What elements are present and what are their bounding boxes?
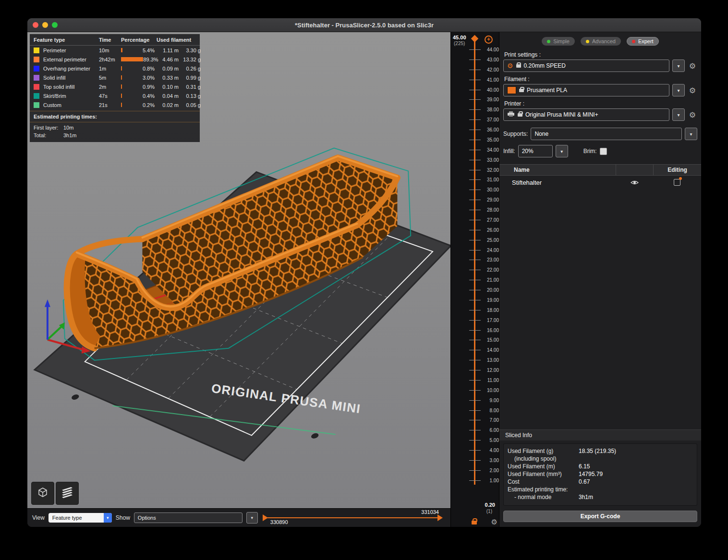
mode-advanced-button[interactable]: Advanced (581, 37, 621, 46)
legend-rows: Perimeter10m5.4%1.11 m3.30 gExternal per… (30, 46, 200, 109)
feature-time: 1m (99, 66, 121, 71)
zoom-button[interactable] (52, 22, 58, 28)
layer-tick: 13.00 (451, 360, 499, 360)
layer-tick: 42.00 (451, 70, 499, 70)
feature-label: Solid infill (43, 75, 99, 81)
legend-header-percentage: Percentage (121, 37, 157, 43)
layer-tick: 34.00 (451, 150, 499, 150)
layer-tick: 6.00 (451, 430, 499, 430)
legend-row-1[interactable]: External perimeter2h42m89.3%4.46 m13.32 … (30, 55, 200, 64)
filament-gear-button[interactable]: ⚙ (688, 86, 697, 95)
layer-tick: 16.00 (451, 330, 499, 331)
legend-row-4[interactable]: Top solid infill2m0.9%0.10 m0.31 g (30, 82, 200, 91)
add-color-change-button[interactable]: + (485, 36, 493, 44)
sliced-info-value: 14795.79 (579, 471, 693, 477)
layer-tick: 2.00 (451, 470, 499, 471)
eye-icon[interactable] (616, 179, 653, 186)
layer-tick: 29.00 (451, 200, 499, 200)
layer-tick: 33.00 (451, 160, 499, 160)
object-list-area[interactable] (499, 189, 701, 429)
minimize-button[interactable] (42, 22, 48, 28)
close-button[interactable] (33, 22, 38, 28)
show-options-combo[interactable]: Options (134, 512, 243, 523)
preview-view-button[interactable] (56, 482, 79, 505)
legend-row-3[interactable]: Solid infill5m3.0%0.33 m0.99 g (30, 73, 200, 82)
feature-color-swatch (34, 48, 39, 53)
filament-dropdown-button[interactable]: ▾ (672, 84, 685, 96)
chevron-down-icon: ▾ (690, 131, 692, 137)
chevron-down-icon: ▾ (251, 515, 254, 520)
feature-length: 1.11 m (157, 48, 182, 53)
supports-dropdown-button[interactable]: ▾ (685, 128, 697, 140)
feature-percentage: 0.4% (121, 93, 157, 99)
object-editing-icon[interactable] (674, 179, 680, 186)
feature-length: 0.02 m (157, 102, 182, 108)
view-label: View (32, 514, 45, 521)
title-bar[interactable]: *Stiftehalter - PrusaSlicer-2.5.0 based … (27, 18, 701, 32)
moves-slider-track[interactable] (267, 517, 441, 518)
feature-label: External perimeter (43, 57, 99, 62)
print-settings-dropdown-button[interactable]: ▾ (672, 60, 685, 72)
feature-length: 0.33 m (157, 75, 182, 81)
legend-row-6[interactable]: Custom21s0.2%0.02 m0.05 g (30, 100, 200, 109)
legend-row-5[interactable]: Skirt/Brim47s0.4%0.04 m0.13 g (30, 91, 200, 100)
editor-view-button[interactable] (31, 482, 54, 505)
sliced-info-label: (including spool) (508, 455, 579, 462)
feature-time: 47s (99, 93, 121, 99)
feature-length: 0.04 m (157, 93, 182, 99)
layer-tick: 32.00 (451, 170, 499, 170)
feature-color-swatch (34, 75, 39, 81)
layer-slider-handle[interactable] (471, 35, 479, 43)
feature-color-swatch (34, 84, 39, 90)
bottom-toolbar: View Feature type ▾ Show Options ▾ 33103… (27, 508, 450, 527)
sliced-info-value: 3h1m (579, 494, 693, 500)
sliced-info-label: - normal mode (508, 494, 579, 500)
legend-row-2[interactable]: Overhang perimeter1m0.8%0.09 m0.26 g (30, 64, 200, 73)
brim-checkbox[interactable] (600, 148, 607, 155)
sliced-info-row: Estimated printing time: (508, 486, 693, 493)
supports-combo[interactable]: None (531, 128, 682, 140)
mode-simple-button[interactable]: Simple (542, 37, 575, 46)
printer-combo[interactable]: Original Prusa MINI & MINI+ (503, 108, 669, 121)
layer-tick: 8.00 (451, 410, 499, 411)
feature-color-swatch (34, 57, 39, 62)
mode-expert-button[interactable]: Expert (627, 37, 659, 46)
gear-icon[interactable]: ⚙ (491, 518, 497, 526)
infill-dropdown-button[interactable]: ▾ (556, 145, 568, 157)
printer-value: Original Prusa MINI & MINI+ (525, 111, 598, 118)
infill-combo[interactable]: 20% (518, 145, 553, 157)
viewport-scene: ORIGINAL PRUSA MINI (27, 32, 450, 508)
print-settings-gear-button[interactable]: ⚙ (688, 61, 697, 71)
chevron-down-icon: ▾ (677, 112, 679, 118)
print-settings-label: Print settings : (499, 50, 701, 60)
layer-tick: 24.00 (451, 250, 499, 250)
mode-toggle: SimpleAdvancedExpert (499, 35, 701, 50)
layer-tick: 4.00 (451, 450, 499, 451)
total-time-label: Total: (34, 132, 63, 138)
layer-tick: 31.00 (451, 179, 499, 180)
feature-percentage: 3.0% (121, 75, 157, 81)
estimated-times-header: Estimated printing times: (30, 113, 200, 120)
show-options-dropdown-button[interactable]: ▾ (246, 512, 258, 524)
moves-slider[interactable]: 331034 330890 (263, 509, 445, 527)
filament-label: Filament : (499, 75, 701, 84)
filament-combo[interactable]: Prusament PLA (503, 84, 669, 96)
export-gcode-button[interactable]: Export G-code (503, 511, 697, 522)
object-list-row[interactable]: Stiftehalter (499, 176, 701, 189)
feature-label: Custom (43, 102, 99, 108)
layer-slider[interactable]: 45.00 (225) + 44.0043.0042.0041.0040.003… (450, 32, 499, 527)
mode-label: Expert (638, 38, 654, 44)
print-settings-combo[interactable]: ⚙ 0.20mm SPEED (503, 60, 669, 72)
printer-gear-button[interactable]: ⚙ (688, 110, 697, 119)
view-select[interactable]: Feature type ▾ (49, 513, 112, 523)
legend-row-0[interactable]: Perimeter10m5.4%1.11 m3.30 g (30, 46, 200, 55)
feature-weight: 0.13 g (182, 93, 204, 99)
sliced-info-label: Used Filament (mm³) (508, 471, 579, 477)
legend-header-used-filament: Used filament (157, 37, 204, 43)
lock-icon[interactable] (472, 521, 477, 524)
feature-time: 21s (99, 102, 121, 108)
settings-panel: SimpleAdvancedExpert Print settings : ⚙ … (499, 32, 701, 527)
moves-slider-right-handle[interactable] (437, 514, 446, 521)
printer-dropdown-button[interactable]: ▾ (672, 108, 685, 121)
feature-color-swatch (34, 102, 39, 108)
